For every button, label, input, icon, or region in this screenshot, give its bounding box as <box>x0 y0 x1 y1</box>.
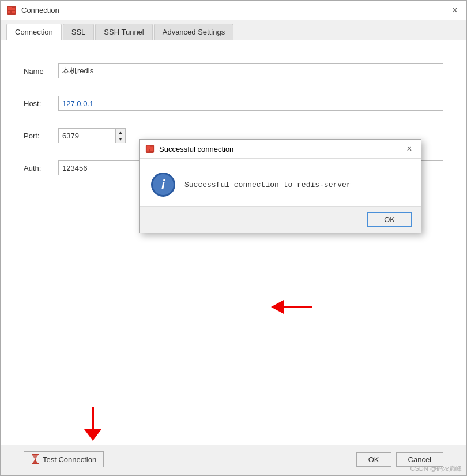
port-spinner: ▲ ▼ <box>116 128 126 143</box>
main-window: Connection × Connection SSL SSH Tunnel A… <box>0 0 467 476</box>
svg-rect-9 <box>147 146 150 149</box>
dialog-title-bar: Successful connection × <box>140 140 421 159</box>
footer: Test Connection OK Cancel <box>1 445 466 475</box>
info-icon: i <box>151 173 175 197</box>
name-label: Name <box>24 67 58 76</box>
arrow-to-test-icon <box>76 407 110 448</box>
host-row: Host: <box>24 96 443 111</box>
dialog-title-left: Successful connection <box>145 144 233 153</box>
tabs-bar: Connection SSL SSH Tunnel Advanced Setti… <box>1 20 466 40</box>
svg-rect-4 <box>12 8 15 10</box>
form-content: Name Host: Port: ▲ ▼ Auth: <box>1 40 466 445</box>
csdn-watermark: CSDN @码农巅峰 <box>410 464 462 473</box>
tab-advanced-settings[interactable]: Advanced Settings <box>154 24 233 40</box>
test-connection-button[interactable]: Test Connection <box>24 451 104 467</box>
dialog-close-button[interactable]: × <box>404 143 415 155</box>
tab-ssh-tunnel[interactable]: SSH Tunnel <box>95 24 152 40</box>
auth-label: Auth: <box>24 164 58 173</box>
name-input[interactable] <box>58 63 443 78</box>
svg-rect-1 <box>8 7 12 10</box>
hourglass-icon <box>31 454 39 464</box>
tab-ssl[interactable]: SSL <box>63 24 95 40</box>
port-label: Port: <box>24 132 58 140</box>
svg-rect-11 <box>150 149 153 151</box>
close-button[interactable]: × <box>449 5 461 16</box>
port-increment-button[interactable]: ▲ <box>116 129 125 136</box>
redis-icon <box>6 5 17 16</box>
success-dialog: Successful connection × i Successful con… <box>139 139 421 233</box>
svg-rect-6 <box>32 463 39 464</box>
dialog-message: Successful connection to redis-server <box>184 181 351 189</box>
title-bar: Connection × <box>1 1 466 20</box>
footer-left: Test Connection <box>24 451 104 467</box>
svg-rect-3 <box>12 11 15 13</box>
tab-connection[interactable]: Connection <box>6 24 62 40</box>
arrow-to-info-icon <box>266 295 312 318</box>
host-input[interactable] <box>58 96 443 111</box>
dialog-body: i Successful connection to redis-server <box>140 159 421 206</box>
dialog-footer: OK <box>140 206 421 233</box>
svg-rect-2 <box>8 11 10 13</box>
port-decrement-button[interactable]: ▼ <box>116 136 125 143</box>
svg-rect-10 <box>147 149 149 152</box>
port-input[interactable] <box>58 128 116 143</box>
ok-button[interactable]: OK <box>356 452 391 467</box>
dialog-redis-icon <box>145 144 155 153</box>
host-label: Host: <box>24 99 58 108</box>
svg-rect-5 <box>32 454 39 455</box>
dialog-ok-button[interactable]: OK <box>367 212 412 227</box>
window-title: Connection <box>21 6 59 14</box>
svg-rect-12 <box>150 147 153 149</box>
name-row: Name <box>24 63 443 78</box>
title-bar-left: Connection <box>6 5 59 16</box>
dialog-title: Successful connection <box>159 145 233 153</box>
